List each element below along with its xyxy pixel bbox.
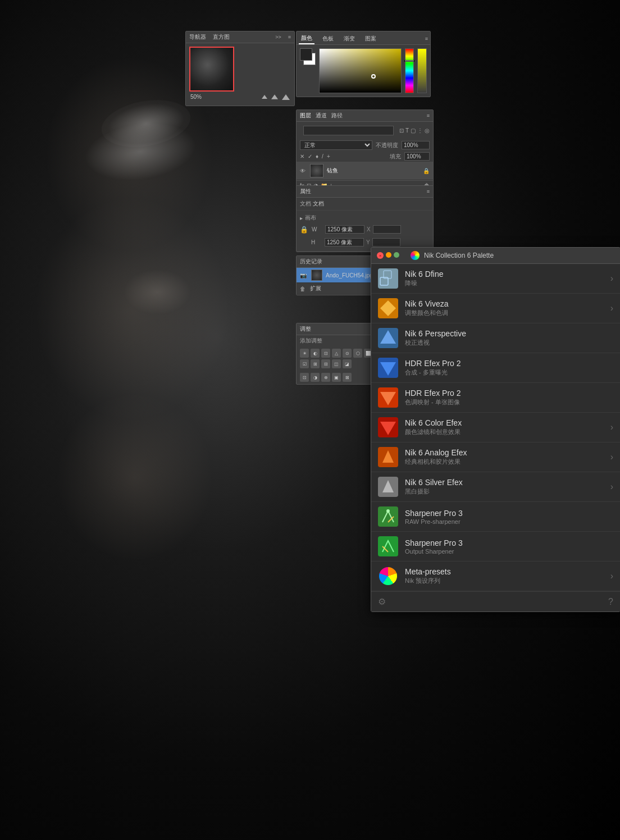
zoom-bar: 50%	[189, 92, 291, 102]
adj-bw-icon[interactable]: ☑	[300, 359, 309, 368]
lock-art-icon[interactable]: /	[322, 153, 323, 159]
lock-draw-icon[interactable]: ✓	[308, 153, 312, 159]
lock-pos-icon[interactable]: +	[327, 153, 330, 159]
adj-photofilter-icon[interactable]: ⊞	[311, 359, 320, 368]
nik-item-hdr1[interactable]: HDR Efex Pro 2 合成 - 多重曝光	[371, 353, 620, 383]
layers-filter-row: ⊡ T ▢ ⋮ ◎	[297, 122, 433, 139]
tab-paths[interactable]: 路径	[331, 112, 343, 120]
nik-item-colorefex[interactable]: Nik 6 Color Efex 颜色滤镜和创意效果 ›	[371, 413, 620, 442]
filter-shape-icon[interactable]: ⋮	[417, 127, 423, 134]
layers-search-input[interactable]	[303, 126, 394, 135]
nik-item-sharpener-out[interactable]: Sharpener Pro 3 Output Sharpener	[371, 532, 620, 561]
navigator-menu[interactable]: ≡	[288, 34, 291, 40]
nik-sharpener-raw-text: Sharpener Pro 3 RAW Pre-sharpener	[405, 509, 613, 525]
tab-gradient[interactable]: 渐变	[341, 34, 357, 44]
adj-brightness-icon[interactable]: ☀	[300, 349, 309, 358]
nik-viveza-desc: 调整颜色和色调	[405, 309, 606, 317]
layers-menu[interactable]: ≡	[427, 113, 430, 118]
navigator-thumbnail[interactable]	[189, 47, 234, 92]
histogram-title[interactable]: 直方图	[213, 33, 230, 41]
nik-item-dfine[interactable]: Nik 6 Dfine 降噪 ›	[371, 264, 620, 294]
canvas-section-arrow: ▸	[300, 215, 303, 221]
nik-analogefex-arrow[interactable]: ›	[610, 452, 613, 462]
nik-minimize-btn[interactable]	[386, 252, 391, 258]
nik-item-viveza[interactable]: Nik 6 Viveza 调整颜色和色调 ›	[371, 294, 620, 323]
adj-posterize-icon[interactable]: ◪	[343, 359, 352, 368]
adj-threshold-icon[interactable]: ⊡	[300, 373, 309, 382]
x-input[interactable]	[373, 225, 401, 234]
tab-color[interactable]: 颜色	[299, 33, 314, 44]
layer-visibility-icon[interactable]: 👁	[300, 168, 306, 174]
nik-item-meta[interactable]: Meta-presets Nik 预设序列 ›	[371, 561, 620, 591]
zoom-mid-btn[interactable]	[271, 94, 278, 99]
opacity-slider[interactable]	[417, 48, 427, 93]
nik-item-perspective[interactable]: Nik 6 Perspective 校正透视	[371, 323, 620, 353]
color-gradient-box[interactable]	[319, 48, 402, 93]
lock-all-icon[interactable]: ✕	[300, 153, 304, 159]
tab-layers[interactable]: 图层	[300, 112, 311, 120]
adj-pattern-icon[interactable]: ⊠	[343, 373, 352, 382]
tab-channels[interactable]: 通道	[316, 112, 327, 120]
nik-item-hdr2[interactable]: HDR Efex Pro 2 色调映射 - 单张图像	[371, 383, 620, 413]
nik-viveza-arrow[interactable]: ›	[610, 303, 613, 313]
nik-close-btn[interactable]: ×	[377, 252, 384, 259]
properties-header: 属性 ≡	[297, 186, 433, 198]
nik-item-silverefex[interactable]: Nik 6 Silver Efex 黑白摄影 ›	[371, 472, 620, 502]
nik-maximize-btn[interactable]	[394, 252, 399, 258]
adj-gradient-icon[interactable]: ◫	[332, 359, 341, 368]
properties-menu[interactable]: ≡	[427, 189, 430, 194]
adj-curves-icon[interactable]: ◐	[311, 349, 320, 358]
lock-move-icon[interactable]: ♦	[316, 153, 318, 159]
hue-slider[interactable]	[405, 48, 414, 93]
nik-meta-arrow[interactable]: ›	[610, 571, 613, 581]
history-item-1[interactable]: 🗑 扩展	[297, 283, 377, 295]
color-panel-menu[interactable]: ≡	[425, 36, 428, 42]
nik-sharpener-out-name: Sharpener Pro 3	[405, 538, 613, 547]
zoom-increase-btn[interactable]	[282, 94, 290, 100]
opacity-label: 不透明度	[376, 141, 398, 149]
nik-dfine-name: Nik 6 Dfine	[405, 270, 606, 279]
tab-pattern[interactable]: 图案	[363, 34, 379, 44]
filter-type-icon[interactable]: ▢	[411, 127, 416, 134]
adj-invert-icon[interactable]: ⊕	[321, 373, 330, 382]
width-row: W X	[312, 224, 401, 235]
filter-smart-icon[interactable]: ◎	[425, 127, 430, 134]
nik-hdr1-text: HDR Efex Pro 2 合成 - 多重曝光	[405, 359, 613, 377]
blend-mode-select[interactable]: 正常	[300, 140, 372, 150]
adjustment-icons-row: ☀ ◐ ⊡ △ ⊙ ⬡ ⬜ ☑ ⊞ ⊟ ◫ ◪	[297, 346, 377, 371]
nik-dfine-arrow[interactable]: ›	[610, 273, 613, 284]
nik-hdr1-desc: 合成 - 多重曝光	[405, 368, 613, 377]
nik-silverefex-arrow[interactable]: ›	[610, 482, 613, 492]
hue-indicator	[404, 60, 415, 62]
layer-item[interactable]: 👁 钻鱼 🔒	[297, 162, 433, 180]
history-camera-icon: 📷	[300, 272, 307, 279]
nik-help-icon[interactable]: ?	[608, 597, 613, 607]
y-input[interactable]	[372, 238, 400, 246]
nik-item-sharpener-raw[interactable]: Sharpener Pro 3 RAW Pre-sharpener	[371, 502, 620, 532]
adj-selectivecolor-icon[interactable]: ◑	[311, 373, 320, 382]
filter-adjustment-icon[interactable]: T	[405, 127, 409, 134]
adj-exposure-icon[interactable]: △	[332, 349, 341, 358]
adj-hsl-icon[interactable]: ⬡	[353, 349, 362, 358]
nik-colorefex-arrow[interactable]: ›	[610, 422, 613, 432]
adj-levels-icon[interactable]: ⊡	[321, 349, 330, 358]
foreground-color-swatch[interactable]	[300, 48, 312, 61]
nik-analogefex-icon	[378, 447, 398, 467]
nik-item-analogefex[interactable]: Nik 6 Analog Efex 经典相机和胶片效果 ›	[371, 442, 620, 472]
fg-bg-swatch[interactable]	[300, 48, 316, 65]
nik-viveza-text: Nik 6 Viveza 调整颜色和色调	[405, 299, 606, 317]
nik-hdr2-text: HDR Efex Pro 2 色调映射 - 单张图像	[405, 389, 613, 407]
adj-solidcolor-icon[interactable]: ▣	[332, 373, 341, 382]
adj-vibrance-icon[interactable]: ⊙	[343, 349, 352, 358]
tab-swatches[interactable]: 色板	[320, 34, 336, 44]
opacity-input[interactable]	[402, 141, 430, 149]
width-input[interactable]	[325, 225, 364, 234]
adj-channelmixer-icon[interactable]: ⊟	[321, 359, 330, 368]
zoom-decrease-btn[interactable]	[262, 95, 267, 99]
fill-input[interactable]	[404, 152, 430, 161]
nik-settings-icon[interactable]: ⚙	[378, 596, 386, 607]
history-item-0[interactable]: 📷 Ando_FUCH54.jpg.jpg	[297, 268, 377, 283]
navigator-expand[interactable]: >>	[275, 34, 281, 40]
filter-pixel-icon[interactable]: ⊡	[399, 127, 404, 134]
height-input[interactable]	[325, 238, 364, 246]
